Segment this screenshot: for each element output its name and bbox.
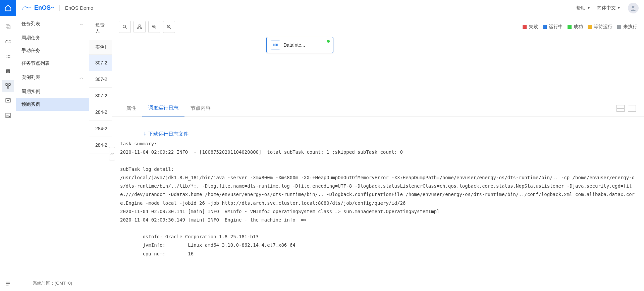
nav-item-manual-tasks[interactable]: 手动任务: [16, 44, 89, 57]
status-legend: 失败 运行中 成功 等待运行 未执行: [523, 24, 637, 30]
icon-rail: [0, 16, 16, 291]
language-label: 简体中文: [597, 5, 616, 11]
dag-node[interactable]: DataInte...: [266, 37, 333, 53]
timezone-footer: 系统时区：(GMT+0): [16, 276, 89, 291]
rail-item-image[interactable]: [2, 109, 14, 122]
column-expand-handle[interactable]: ≫: [109, 147, 115, 160]
panel-max-button[interactable]: [628, 105, 636, 112]
download-log-label: 下载运行日志文件: [148, 129, 189, 138]
app-header: EnOS™ EnOS Demo 帮助▼ 简体中文▼: [0, 0, 644, 16]
tab-schedule-log[interactable]: 调度运行日志: [142, 100, 184, 116]
nav-group-instances-label: 实例列表: [21, 75, 40, 81]
svg-rect-17: [273, 44, 274, 46]
svg-rect-6: [6, 84, 7, 85]
svg-point-5: [7, 70, 9, 72]
tab-node-content[interactable]: 节点内容: [184, 100, 217, 116]
rail-item-workflow[interactable]: [2, 80, 14, 92]
download-icon: ⭳: [143, 129, 148, 138]
layout-button[interactable]: [133, 21, 146, 33]
nav-item-prerun-instances[interactable]: 预跑实例: [16, 98, 89, 111]
legend-swatch-running: [543, 25, 547, 29]
brand-logo[interactable]: EnOS™: [16, 4, 59, 11]
dag-canvas[interactable]: DataInte...: [112, 33, 644, 100]
rail-item-monitor[interactable]: [2, 95, 14, 107]
legend-swatch-fail: [523, 25, 527, 29]
log-pane[interactable]: ⭳下载运行日志文件 task summary: 2020-11-04 02:09…: [112, 117, 644, 291]
side-nav: 任务列表 ︿ 周期任务 手动任务 任务节点列表 实例列表 ︿ 周期实例 预跑实例…: [16, 16, 89, 291]
svg-rect-4: [6, 70, 9, 73]
svg-rect-18: [275, 44, 276, 46]
nav-item-task-nodes[interactable]: 任务节点列表: [16, 57, 89, 70]
legend-notexec: 未执行: [623, 24, 637, 30]
svg-rect-7: [9, 84, 10, 85]
instance-row[interactable]: 307-2: [89, 88, 112, 104]
instance-column-header: 实例I: [89, 40, 112, 55]
home-icon[interactable]: [0, 0, 16, 16]
caret-down-icon: ▼: [587, 6, 590, 10]
instance-row[interactable]: 284-2: [89, 104, 112, 120]
rail-item-sync[interactable]: [2, 36, 14, 48]
instance-column: 负责人 实例I 307-2 307-2 307-2 284-2 284-2 28…: [89, 16, 112, 291]
rail-item-copy[interactable]: [2, 21, 14, 33]
main-panel: 失败 运行中 成功 等待运行 未执行 DataInte... 属性: [112, 16, 644, 291]
log-text: task summary: 2020-11-04 02:09:22 INFO -…: [120, 140, 636, 258]
svg-rect-14: [140, 28, 142, 29]
svg-rect-10: [6, 113, 10, 118]
page-title: EnOS Demo: [59, 5, 93, 11]
status-dot-success: [327, 40, 330, 43]
svg-point-0: [632, 6, 635, 8]
instance-row[interactable]: 307-2: [89, 71, 112, 88]
owner-label: 负责人: [89, 16, 112, 40]
svg-rect-19: [276, 44, 277, 46]
tab-attributes[interactable]: 属性: [120, 100, 142, 116]
rail-item-chip[interactable]: [2, 65, 14, 77]
nav-item-periodic-instances[interactable]: 周期实例: [16, 85, 89, 98]
dag-node-label: DataInte...: [283, 42, 329, 48]
legend-running: 运行中: [549, 24, 563, 30]
rail-item-stream[interactable]: [2, 50, 14, 62]
legend-swatch-waiting: [588, 25, 592, 29]
chevron-up-icon: ︿: [79, 75, 84, 81]
zoom-in-button[interactable]: [148, 21, 160, 33]
help-label: 帮助: [576, 5, 586, 11]
zoom-out-button[interactable]: [163, 21, 175, 33]
caret-down-icon: ▼: [617, 6, 621, 10]
canvas-toolbar: 失败 运行中 成功 等待运行 未执行: [112, 16, 644, 33]
brand-text: EnOS: [34, 4, 51, 11]
chevron-up-icon: ︿: [79, 21, 84, 27]
nav-item-periodic-tasks[interactable]: 周期任务: [16, 32, 89, 44]
instance-row[interactable]: 284-2: [89, 120, 112, 137]
svg-rect-8: [7, 87, 9, 88]
legend-swatch-notexec: [617, 25, 621, 29]
instance-row[interactable]: 307-2: [89, 55, 112, 71]
language-menu[interactable]: 简体中文▼: [594, 5, 624, 11]
download-log-link[interactable]: ⭳下载运行日志文件: [143, 129, 189, 138]
search-button[interactable]: [119, 21, 131, 33]
nav-group-instances[interactable]: 实例列表 ︿: [16, 70, 89, 85]
legend-fail: 失败: [529, 24, 538, 30]
avatar[interactable]: [628, 3, 639, 13]
rail-item-collapse[interactable]: [2, 278, 14, 290]
svg-rect-2: [7, 26, 10, 29]
svg-point-11: [123, 25, 126, 28]
svg-rect-13: [138, 28, 139, 29]
panel-split-button[interactable]: [616, 105, 625, 112]
svg-rect-12: [139, 25, 140, 26]
nav-group-tasks[interactable]: 任务列表 ︿: [16, 16, 89, 32]
legend-waiting: 等待运行: [594, 24, 612, 30]
detail-tabs: 属性 调度运行日志 节点内容: [112, 100, 644, 117]
data-integration-icon: [271, 40, 280, 50]
help-menu[interactable]: 帮助▼: [573, 5, 594, 11]
legend-success: 成功: [574, 24, 583, 30]
nav-group-tasks-label: 任务列表: [21, 21, 40, 27]
instance-row[interactable]: 284-2: [89, 137, 112, 153]
svg-rect-1: [6, 25, 9, 28]
svg-rect-3: [6, 40, 10, 43]
legend-swatch-success: [568, 25, 572, 29]
brand-tm: ™: [51, 6, 54, 10]
